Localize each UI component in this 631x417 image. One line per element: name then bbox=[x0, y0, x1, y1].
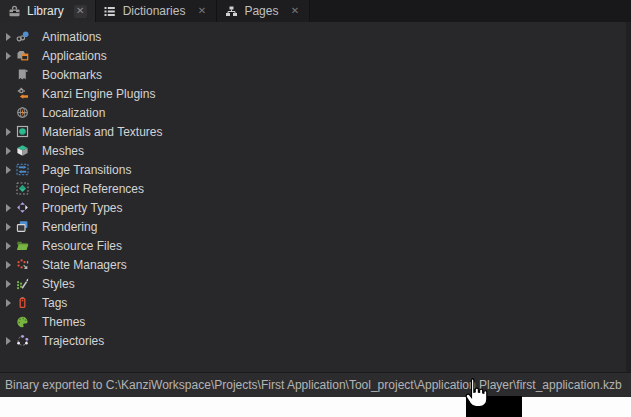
tree-item-label: State Managers bbox=[42, 258, 127, 272]
expand-arrow-icon[interactable] bbox=[0, 261, 15, 269]
expand-arrow-icon[interactable] bbox=[0, 128, 15, 136]
expand-arrow-icon[interactable] bbox=[0, 223, 15, 231]
tab-close-icon[interactable]: ✕ bbox=[288, 5, 301, 18]
tree-item-kanzi-engine-plugins[interactable]: Kanzi Engine Plugins bbox=[0, 84, 631, 103]
tree-item-localization[interactable]: Localization bbox=[0, 103, 631, 122]
tree-item-rendering[interactable]: Rendering bbox=[0, 217, 631, 236]
dictionaries-icon bbox=[103, 4, 117, 18]
expand-arrow-icon[interactable] bbox=[0, 52, 15, 60]
tree-item-label: Materials and Textures bbox=[42, 125, 163, 139]
tree-item-animations[interactable]: Animations bbox=[0, 27, 631, 46]
tree-item-tags[interactable]: Tags bbox=[0, 293, 631, 312]
expand-arrow-icon[interactable] bbox=[0, 33, 15, 41]
expand-arrow-icon[interactable] bbox=[0, 242, 15, 250]
themes-icon bbox=[15, 315, 29, 329]
collapsed-triangle-icon bbox=[6, 280, 11, 288]
tree-item-label: Property Types bbox=[42, 201, 122, 215]
tab-close-icon[interactable]: ✕ bbox=[74, 5, 87, 18]
library-tree: AnimationsApplicationsBookmarksKanzi Eng… bbox=[0, 22, 631, 372]
tab-dictionaries[interactable]: Dictionaries✕ bbox=[96, 0, 218, 22]
rendering-icon bbox=[15, 220, 29, 234]
tree-item-label: Animations bbox=[42, 30, 101, 44]
state-managers-icon bbox=[15, 258, 29, 272]
library-icon bbox=[7, 4, 21, 18]
tree-item-project-references[interactable]: Project References bbox=[0, 179, 631, 198]
applications-icon bbox=[15, 49, 29, 63]
tree-item-meshes[interactable]: Meshes bbox=[0, 141, 631, 160]
collapsed-triangle-icon bbox=[6, 242, 11, 250]
tree-item-themes[interactable]: Themes bbox=[0, 312, 631, 331]
tree-item-label: Bookmarks bbox=[42, 68, 102, 82]
status-bar: Binary exported to C:\KanziWorkspace\Pro… bbox=[0, 372, 631, 397]
tab-close-icon[interactable]: ✕ bbox=[195, 5, 208, 18]
page-transitions-icon bbox=[15, 163, 29, 177]
tree-item-state-managers[interactable]: State Managers bbox=[0, 255, 631, 274]
tags-icon bbox=[15, 296, 29, 310]
tree-item-label: Localization bbox=[42, 106, 105, 120]
expand-arrow-icon[interactable] bbox=[0, 337, 15, 345]
library-panel-window: Library✕Dictionaries✕Pages✕ AnimationsAp… bbox=[0, 0, 631, 417]
project-references-icon bbox=[15, 182, 29, 196]
tree-item-label: Resource Files bbox=[42, 239, 122, 253]
collapsed-triangle-icon bbox=[6, 204, 11, 212]
pages-icon bbox=[224, 4, 238, 18]
localization-icon bbox=[15, 106, 29, 120]
styles-icon bbox=[15, 277, 29, 291]
bookmarks-icon bbox=[15, 68, 29, 82]
expand-arrow-icon[interactable] bbox=[0, 166, 15, 174]
collapsed-triangle-icon bbox=[6, 261, 11, 269]
tab-library[interactable]: Library✕ bbox=[0, 0, 96, 22]
expand-arrow-icon[interactable] bbox=[0, 299, 15, 307]
collapsed-triangle-icon bbox=[6, 147, 11, 155]
tree-item-label: Meshes bbox=[42, 144, 84, 158]
animations-icon bbox=[15, 30, 29, 44]
tree-scrollbar-gutter[interactable] bbox=[626, 22, 631, 372]
tree-item-page-transitions[interactable]: Page Transitions bbox=[0, 160, 631, 179]
meshes-icon bbox=[15, 144, 29, 158]
panel-tab-bar: Library✕Dictionaries✕Pages✕ bbox=[0, 0, 631, 22]
trajectories-icon bbox=[15, 334, 29, 348]
tab-label: Dictionaries bbox=[123, 4, 186, 18]
tree-item-bookmarks[interactable]: Bookmarks bbox=[0, 65, 631, 84]
tree-item-trajectories[interactable]: Trajectories bbox=[0, 331, 631, 350]
collapsed-triangle-icon bbox=[6, 166, 11, 174]
tree-item-resource-files[interactable]: Resource Files bbox=[0, 236, 631, 255]
expand-arrow-icon[interactable] bbox=[0, 280, 15, 288]
tree-item-label: Page Transitions bbox=[42, 163, 131, 177]
property-types-icon bbox=[15, 201, 29, 215]
tree-item-property-types[interactable]: Property Types bbox=[0, 198, 631, 217]
outer-background-strip bbox=[0, 397, 631, 417]
tab-pages[interactable]: Pages✕ bbox=[217, 0, 310, 22]
tree-item-label: Trajectories bbox=[42, 334, 104, 348]
collapsed-triangle-icon bbox=[6, 33, 11, 41]
tree-item-materials-and-textures[interactable]: Materials and Textures bbox=[0, 122, 631, 141]
materials-and-textures-icon bbox=[15, 125, 29, 139]
kanzi-engine-plugins-icon bbox=[15, 87, 29, 101]
expand-arrow-icon[interactable] bbox=[0, 147, 15, 155]
tree-item-label: Applications bbox=[42, 49, 107, 63]
collapsed-triangle-icon bbox=[6, 299, 11, 307]
expand-arrow-icon[interactable] bbox=[0, 204, 15, 212]
collapsed-triangle-icon bbox=[6, 52, 11, 60]
resource-files-icon bbox=[15, 239, 29, 253]
collapsed-triangle-icon bbox=[6, 223, 11, 231]
tree-item-label: Styles bbox=[42, 277, 75, 291]
tree-item-label: Project References bbox=[42, 182, 144, 196]
tree-item-label: Themes bbox=[42, 315, 85, 329]
tree-item-label: Tags bbox=[42, 296, 67, 310]
tree-item-label: Rendering bbox=[42, 220, 97, 234]
tab-label: Library bbox=[27, 4, 64, 18]
tab-label: Pages bbox=[244, 4, 278, 18]
collapsed-triangle-icon bbox=[6, 128, 11, 136]
tree-item-styles[interactable]: Styles bbox=[0, 274, 631, 293]
status-message: Binary exported to C:\KanziWorkspace\Pro… bbox=[0, 378, 622, 392]
collapsed-triangle-icon bbox=[6, 337, 11, 345]
cursor-inverse-block bbox=[466, 396, 522, 417]
tree-item-applications[interactable]: Applications bbox=[0, 46, 631, 65]
tree-item-label: Kanzi Engine Plugins bbox=[42, 87, 155, 101]
